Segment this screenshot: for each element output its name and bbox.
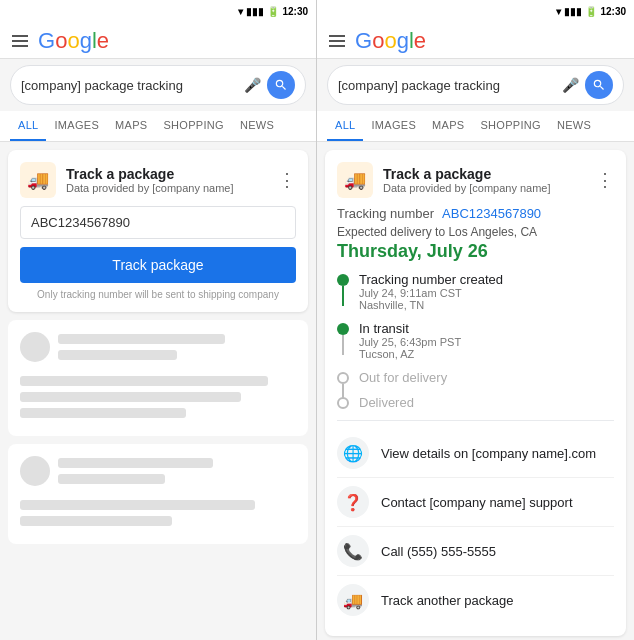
status-bar-left: ▾ ▮▮▮ 🔋 12:30 bbox=[0, 0, 316, 22]
tracking-card-left: 🚚 Track a package Data provided by [comp… bbox=[8, 150, 308, 312]
action-label-view-details: View details on [company name].com bbox=[381, 446, 596, 461]
action-contact-support[interactable]: ❓ Contact [company name] support bbox=[337, 478, 614, 527]
tabs-left: ALL IMAGES MAPS SHOPPING NEWS bbox=[0, 111, 316, 142]
three-dots-right[interactable]: ⋮ bbox=[596, 169, 614, 191]
divider-1 bbox=[337, 420, 614, 421]
truck-icon-left: 🚚 bbox=[20, 162, 56, 198]
content-right: 🚚 Track a package Data provided by [comp… bbox=[317, 142, 634, 640]
question-icon: ❓ bbox=[337, 486, 369, 518]
globe-icon: 🌐 bbox=[337, 437, 369, 469]
status-bar-right: ▾ ▮▮▮ 🔋 12:30 bbox=[317, 0, 634, 22]
timeline-line-2 bbox=[342, 335, 344, 355]
timeline-dot-3 bbox=[337, 372, 349, 384]
mic-icon-left[interactable]: 🎤 bbox=[244, 77, 261, 93]
time-right: 12:30 bbox=[600, 6, 626, 17]
hamburger-menu-right[interactable] bbox=[329, 35, 345, 47]
card-title-left: Track a package bbox=[66, 166, 278, 182]
tab-shopping-left[interactable]: SHOPPING bbox=[155, 111, 231, 141]
action-track-another[interactable]: 🚚 Track another package bbox=[337, 576, 614, 624]
skeleton-card-2 bbox=[8, 444, 308, 544]
skeleton-line-2d bbox=[20, 516, 172, 526]
search-bar-left[interactable]: 🎤 bbox=[10, 65, 306, 105]
tracking-number-input[interactable] bbox=[20, 206, 296, 239]
skeleton-avatar-2 bbox=[20, 456, 50, 486]
skeleton-line-2c bbox=[20, 500, 255, 510]
right-panel: ▾ ▮▮▮ 🔋 12:30 Google 🎤 ALL IMAGES MAPS S… bbox=[317, 0, 634, 640]
skeleton-line-1d bbox=[20, 392, 241, 402]
card-title-block-right: Track a package Data provided by [compan… bbox=[383, 166, 596, 194]
timeline: Tracking number created July 24, 9:11am … bbox=[337, 272, 614, 410]
timeline-content-4: Delivered bbox=[359, 395, 414, 410]
timeline-detail-2: July 25, 6:43pm PST bbox=[359, 336, 461, 348]
tab-all-left[interactable]: ALL bbox=[10, 111, 46, 141]
tab-images-right[interactable]: IMAGES bbox=[363, 111, 424, 141]
delivery-label: Expected delivery to Los Angeles, CA bbox=[337, 225, 614, 239]
google-logo-left: Google bbox=[38, 28, 109, 54]
wifi-icon-right: ▾ bbox=[556, 6, 561, 17]
search-input-left[interactable] bbox=[21, 78, 244, 93]
status-icons-right: ▾ ▮▮▮ 🔋 12:30 bbox=[556, 6, 626, 17]
card-title-block-left: Track a package Data provided by [compan… bbox=[66, 166, 278, 194]
timeline-content-3: Out for delivery bbox=[359, 370, 447, 385]
disclaimer-text: Only tracking number will be sent to shi… bbox=[20, 289, 296, 300]
tab-images-left[interactable]: IMAGES bbox=[46, 111, 107, 141]
google-logo-right: Google bbox=[355, 28, 426, 54]
skeleton-line-2a bbox=[58, 458, 213, 468]
skeleton-line-2b bbox=[58, 474, 165, 484]
timeline-dot-4 bbox=[337, 397, 349, 409]
hamburger-menu-left[interactable] bbox=[12, 35, 28, 47]
status-icons-left: ▾ ▮▮▮ 🔋 12:30 bbox=[238, 6, 308, 17]
card-subtitle-left: Data provided by [company name] bbox=[66, 182, 278, 194]
header-right: Google bbox=[317, 22, 634, 59]
delivery-date: Thursday, July 26 bbox=[337, 241, 614, 262]
search-bar-right[interactable]: 🎤 bbox=[327, 65, 624, 105]
battery-icon-right: 🔋 bbox=[585, 6, 597, 17]
timeline-event-2: In transit bbox=[359, 321, 461, 336]
timeline-item-1: Tracking number created July 24, 9:11am … bbox=[337, 272, 614, 311]
tab-shopping-right[interactable]: SHOPPING bbox=[472, 111, 548, 141]
tab-maps-right[interactable]: MAPS bbox=[424, 111, 472, 141]
action-label-track-another: Track another package bbox=[381, 593, 513, 608]
tracking-number-label: Tracking number bbox=[337, 206, 434, 221]
signal-icon-right: ▮▮▮ bbox=[564, 6, 582, 17]
tab-news-right[interactable]: NEWS bbox=[549, 111, 599, 141]
signal-icon: ▮▮▮ bbox=[246, 6, 264, 17]
skeleton-line-1c bbox=[20, 376, 268, 386]
timeline-item-3: Out for delivery bbox=[337, 370, 614, 385]
tab-all-right[interactable]: ALL bbox=[327, 111, 363, 141]
skeleton-line-1b bbox=[58, 350, 177, 360]
skeleton-line-1a bbox=[58, 334, 225, 344]
timeline-item-4: Delivered bbox=[337, 395, 614, 410]
action-view-details[interactable]: 🌐 View details on [company name].com bbox=[337, 429, 614, 478]
left-panel: ▾ ▮▮▮ 🔋 12:30 Google 🎤 ALL IMAGES MAPS S… bbox=[0, 0, 317, 640]
timeline-content-1: Tracking number created July 24, 9:11am … bbox=[359, 272, 503, 311]
tracking-number-row: Tracking number ABC1234567890 bbox=[337, 206, 614, 221]
timeline-location-1: Nashville, TN bbox=[359, 299, 503, 311]
tab-news-left[interactable]: NEWS bbox=[232, 111, 282, 141]
timeline-location-2: Tucson, AZ bbox=[359, 348, 461, 360]
truck-icon-right: 🚚 bbox=[337, 162, 373, 198]
timeline-event-3: Out for delivery bbox=[359, 370, 447, 385]
time-left: 12:30 bbox=[282, 6, 308, 17]
track-package-button[interactable]: Track package bbox=[20, 247, 296, 283]
search-button-right[interactable] bbox=[585, 71, 613, 99]
wifi-icon: ▾ bbox=[238, 6, 243, 17]
timeline-dot-2 bbox=[337, 323, 349, 335]
timeline-dot-1 bbox=[337, 274, 349, 286]
tab-maps-left[interactable]: MAPS bbox=[107, 111, 155, 141]
search-input-right[interactable] bbox=[338, 78, 562, 93]
skeleton-card-1 bbox=[8, 320, 308, 436]
skeleton-avatar-1 bbox=[20, 332, 50, 362]
content-left: 🚚 Track a package Data provided by [comp… bbox=[0, 142, 316, 640]
action-call[interactable]: 📞 Call (555) 555-5555 bbox=[337, 527, 614, 576]
tracking-card-right: 🚚 Track a package Data provided by [comp… bbox=[325, 150, 626, 636]
tracking-number-value[interactable]: ABC1234567890 bbox=[442, 206, 541, 221]
card-subtitle-right: Data provided by [company name] bbox=[383, 182, 596, 194]
mic-icon-right[interactable]: 🎤 bbox=[562, 77, 579, 93]
card-header-left: 🚚 Track a package Data provided by [comp… bbox=[20, 162, 296, 198]
header-left: Google bbox=[0, 22, 316, 59]
timeline-item-2: In transit July 25, 6:43pm PST Tucson, A… bbox=[337, 321, 614, 360]
three-dots-left[interactable]: ⋮ bbox=[278, 169, 296, 191]
search-button-left[interactable] bbox=[267, 71, 295, 99]
timeline-line-1 bbox=[342, 286, 344, 306]
